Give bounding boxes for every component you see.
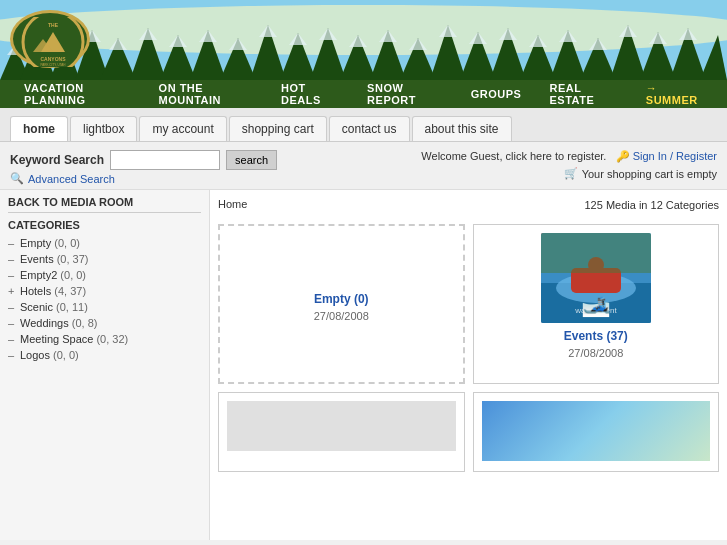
magnifier-icon: 🔍 [10, 172, 24, 185]
content-area: Home 125 Media in 12 Categories Empty (0… [210, 190, 727, 540]
breadcrumb: Home [218, 198, 247, 210]
search-label: Keyword Search [10, 153, 104, 167]
search-input[interactable] [110, 150, 220, 170]
nav-summer[interactable]: → SUMMER [632, 80, 717, 108]
site-header: THE CANYONS PARK CITY, UTAH [0, 0, 727, 80]
cart-icon: 🛒 [564, 167, 578, 180]
media-grid: Empty (0) 27/08/2008 [218, 224, 719, 384]
category-scenic[interactable]: Scenic (0, 11) [8, 299, 201, 315]
grid-item-empty-label: Empty (0) [314, 292, 369, 306]
grid-item-empty[interactable]: Empty (0) 27/08/2008 [218, 224, 465, 384]
search-button[interactable]: search [226, 150, 277, 170]
tab-shopping-cart[interactable]: shopping cart [229, 116, 327, 141]
nav-bar: VACATION PLANNING ON THE MOUNTAIN HOT DE… [0, 80, 727, 108]
tab-lightbox[interactable]: lightbox [70, 116, 137, 141]
nav-on-the-mountain[interactable]: ON THE MOUNTAIN [145, 80, 267, 108]
svg-text:CANYONS: CANYONS [40, 56, 66, 62]
back-to-media-room-link[interactable]: BACK TO MEDIA ROOM [8, 196, 201, 213]
nav-groups[interactable]: GROUPS [457, 80, 536, 108]
search-bar: Keyword Search search 🔍 Advanced Search … [0, 142, 727, 190]
header-background: THE CANYONS PARK CITY, UTAH [0, 0, 727, 80]
svg-text:THE: THE [48, 22, 59, 28]
category-empty2[interactable]: Empty2 (0, 0) [8, 267, 201, 283]
events-image-svg: water event [541, 233, 651, 323]
tab-home[interactable]: home [10, 116, 68, 141]
svg-point-1 [0, 5, 727, 55]
grid-item-row2-left[interactable] [218, 392, 465, 472]
placeholder-thumbnail-right [482, 401, 711, 461]
advanced-search-link[interactable]: Advanced Search [28, 173, 115, 185]
sign-in-link[interactable]: Sign In / Register [633, 150, 717, 162]
trees-svg [0, 0, 727, 80]
tabs-bar: home lightbox my account shopping cart c… [0, 108, 727, 142]
grid-item-empty-date: 27/08/2008 [314, 310, 369, 322]
grid-item-events-date: 27/08/2008 [482, 347, 711, 359]
grid-item-events-label: Events (37) [482, 329, 711, 343]
categories-title: CATEGORIES [8, 219, 201, 231]
category-weddings[interactable]: Weddings (0, 8) [8, 315, 201, 331]
nav-snow-report[interactable]: SNOW REPORT [353, 80, 457, 108]
logo-svg: THE CANYONS PARK CITY, UTAH [21, 17, 85, 67]
svg-text:water event: water event [574, 306, 617, 315]
category-hotels[interactable]: Hotels (4, 37) [8, 283, 201, 299]
grid-item-events[interactable]: water event Events (37) 27/08/2008 [473, 224, 720, 384]
category-events[interactable]: Events (0, 37) [8, 251, 201, 267]
media-count: 125 Media in 12 Categories [584, 199, 719, 211]
nav-real-estate[interactable]: REAL ESTATE [535, 80, 631, 108]
category-meeting-space[interactable]: Meeting Space (0, 32) [8, 331, 201, 347]
main-content: BACK TO MEDIA ROOM CATEGORIES Empty (0, … [0, 190, 727, 540]
nav-hot-deals[interactable]: HOT DEALS [267, 80, 353, 108]
key-icon: 🔑 [616, 150, 630, 162]
tab-contact-us[interactable]: contact us [329, 116, 410, 141]
tab-about-this-site[interactable]: about this site [412, 116, 512, 141]
events-thumbnail: water event [541, 233, 651, 323]
tab-my-account[interactable]: my account [139, 116, 226, 141]
media-grid-row2 [218, 392, 719, 472]
grid-item-row2-right[interactable] [473, 392, 720, 472]
placeholder-thumbnail-left [227, 401, 456, 451]
logo[interactable]: THE CANYONS PARK CITY, UTAH [10, 10, 90, 68]
sidebar: BACK TO MEDIA ROOM CATEGORIES Empty (0, … [0, 190, 210, 540]
welcome-text: Welcome Guest, click here to register. [421, 150, 606, 162]
category-logos[interactable]: Logos (0, 0) [8, 347, 201, 363]
svg-text:PARK CITY, UTAH: PARK CITY, UTAH [41, 63, 66, 67]
cart-text: Your shopping cart is empty [582, 168, 717, 180]
category-empty[interactable]: Empty (0, 0) [8, 235, 201, 251]
svg-rect-62 [541, 233, 651, 273]
nav-vacation-planning[interactable]: VACATION PLANNING [10, 80, 145, 108]
